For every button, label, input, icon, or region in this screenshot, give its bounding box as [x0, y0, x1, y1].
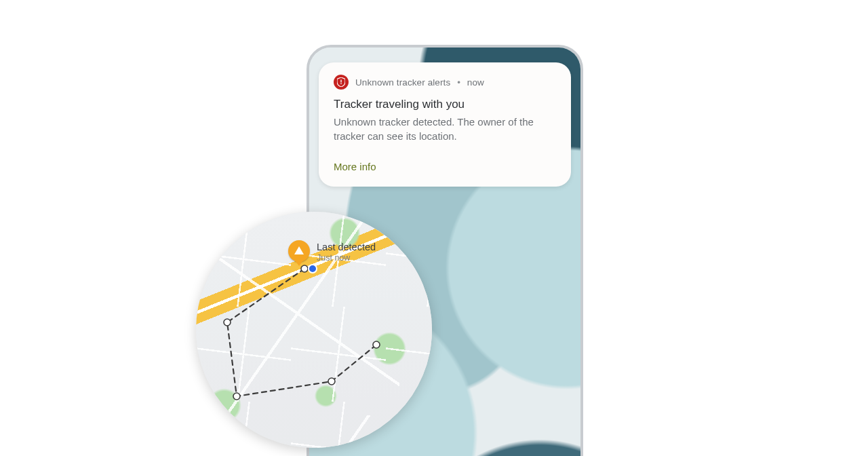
separator-dot: • [457, 77, 460, 88]
notification-header: Unknown tracker alerts • now [334, 75, 556, 90]
svg-point-6 [301, 265, 308, 272]
notification-app-name: Unknown tracker alerts [355, 77, 450, 88]
notification-title: Tracker traveling with you [334, 98, 556, 111]
svg-point-2 [224, 319, 231, 326]
more-info-link[interactable]: More info [334, 161, 376, 172]
svg-rect-1 [340, 83, 341, 85]
svg-point-7 [309, 265, 317, 273]
notification-body: Unknown tracker detected. The owner of t… [334, 115, 544, 143]
svg-point-5 [373, 341, 380, 348]
svg-rect-0 [340, 80, 341, 83]
svg-point-4 [328, 378, 335, 385]
map-inset: Last detected Just now [196, 212, 432, 448]
last-detected-title: Last detected [317, 242, 376, 253]
shield-alert-icon [334, 75, 349, 90]
last-detected-label: Last detected Just now [317, 242, 376, 263]
tracked-path [196, 212, 432, 448]
notification-time: now [467, 77, 484, 88]
warning-pin-icon [288, 240, 310, 262]
notification-app-line: Unknown tracker alerts • now [355, 77, 484, 88]
last-detected-subtitle: Just now [317, 253, 376, 263]
tracker-alert-notification[interactable]: Unknown tracker alerts • now Tracker tra… [319, 62, 571, 187]
svg-point-3 [233, 393, 240, 400]
